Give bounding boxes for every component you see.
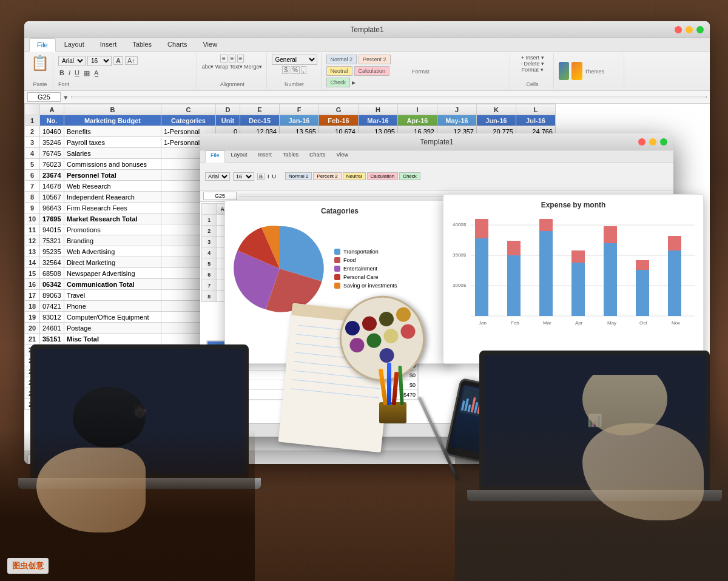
calculation-style[interactable]: Calculation — [354, 66, 390, 76]
tab-file[interactable]: File — [29, 38, 56, 52]
formula-input[interactable] — [71, 96, 707, 98]
bold-button[interactable]: A — [113, 56, 123, 65]
cell-1-L[interactable]: Jul-16 — [516, 115, 556, 126]
align-right[interactable]: ≡ — [237, 55, 244, 62]
mini-normal2[interactable]: Normal 2 — [285, 172, 312, 180]
cell-13-B[interactable]: Web Advertising — [64, 246, 161, 257]
cell-6-B[interactable]: Personnel Total — [64, 170, 161, 181]
cell-14-A[interactable]: 32564 — [40, 257, 64, 268]
normal2-style[interactable]: Normal 2 — [326, 55, 357, 64]
font-size-select[interactable]: 16 — [87, 56, 112, 66]
percent-button[interactable]: % — [291, 66, 300, 74]
mini-calc[interactable]: Calculation — [367, 172, 399, 180]
cell-18-B[interactable]: Phone — [64, 301, 161, 312]
cell-3-B[interactable]: Payroll taxes — [64, 137, 161, 148]
cell-1-F[interactable]: Jan-16 — [280, 115, 319, 126]
cell-8-B[interactable]: Independent Reaearch — [64, 192, 161, 203]
cell-7-A[interactable]: 14678 — [40, 181, 64, 192]
tab-view[interactable]: View — [195, 38, 224, 51]
format-cells[interactable]: Format ▾ — [522, 67, 544, 73]
cell-5-A[interactable]: 76023 — [40, 159, 64, 170]
mini-italic[interactable]: I — [268, 173, 269, 180]
tab2-view[interactable]: View — [332, 150, 353, 162]
cell-19-B[interactable]: Computer/Office Equipment — [64, 312, 161, 323]
percent2-style[interactable]: Percent 2 — [359, 55, 391, 64]
cell-9-B[interactable]: Firm Research Fees — [64, 203, 161, 213]
cell-11-B[interactable]: Promotions — [64, 224, 161, 235]
cell-18-A[interactable]: 07421 — [40, 301, 64, 312]
tab2-tables[interactable]: Tables — [278, 150, 303, 162]
neutral-style[interactable]: Neutral — [326, 66, 352, 76]
cell-8-A[interactable]: 10567 — [40, 192, 64, 203]
close-btn-2[interactable] — [638, 138, 645, 146]
italic-toggle[interactable]: I — [67, 69, 72, 76]
cell-13-A[interactable]: 95235 — [40, 246, 64, 257]
mini-neutral[interactable]: Neutral — [343, 172, 366, 180]
number-format-select[interactable]: General — [272, 55, 317, 65]
cell-3-A[interactable]: 35246 — [40, 137, 64, 148]
cell-1-D[interactable]: Unit — [216, 115, 240, 126]
cell-21-A[interactable]: 35151 — [40, 334, 64, 344]
tab-insert[interactable]: Insert — [93, 38, 124, 51]
cell-4-A[interactable]: 76745 — [40, 148, 64, 159]
cell-1-I[interactable]: Apr-16 — [398, 115, 437, 126]
cell-20-A[interactable]: 24601 — [40, 323, 64, 334]
underline-toggle[interactable]: U — [73, 69, 81, 76]
cell-17-B[interactable]: Travel — [64, 290, 161, 301]
cell-16-B[interactable]: Communication Total — [64, 279, 161, 290]
cell-12-B[interactable]: Branding — [64, 235, 161, 246]
font-grow-button[interactable]: A↑ — [125, 56, 138, 65]
font-family-select[interactable]: Arial — [58, 56, 86, 66]
tab2-layout[interactable]: Layout — [226, 150, 252, 162]
mini-font-select[interactable]: Arial — [205, 172, 230, 181]
check-style[interactable]: Check — [326, 78, 351, 87]
minimize-btn-2[interactable] — [649, 138, 656, 146]
tab2-file[interactable]: File — [205, 150, 225, 163]
cell-1-K[interactable]: Jun-16 — [477, 115, 516, 126]
cell-20-B[interactable]: Postage — [64, 323, 161, 334]
delete-cells[interactable]: - Delete ▾ — [521, 61, 544, 67]
currency-button[interactable]: $ — [282, 66, 289, 74]
cell-1-H[interactable]: Mar-16 — [359, 115, 398, 126]
cell-16-A[interactable]: 06342 — [40, 279, 64, 290]
formula-expand[interactable]: ▾ — [64, 93, 68, 102]
cell-7-B[interactable]: Web Research — [64, 181, 161, 192]
merge-button[interactable]: Merge▾ — [244, 64, 263, 70]
cell-10-A[interactable]: 17695 — [40, 213, 64, 224]
mini-underline[interactable]: U — [272, 173, 277, 180]
theme2[interactable] — [571, 62, 582, 80]
cell-4-B[interactable]: Salaries — [64, 148, 161, 159]
mini-bold[interactable]: B — [257, 173, 265, 180]
cell-2-A[interactable]: 10460 — [40, 126, 64, 137]
tab-layout[interactable]: Layout — [57, 38, 92, 51]
maximize-btn[interactable] — [696, 26, 704, 33]
maximize-btn-2[interactable] — [660, 138, 667, 146]
cell-15-B[interactable]: Newspaper Advertising — [64, 268, 161, 279]
minimize-btn[interactable] — [686, 26, 693, 33]
cell-17-A[interactable]: 89063 — [40, 290, 64, 301]
tab-charts[interactable]: Charts — [160, 38, 194, 51]
cell-14-B[interactable]: Direct Marketing — [64, 257, 161, 268]
cell-15-A[interactable]: 68508 — [40, 268, 64, 279]
align-left[interactable]: ≡ — [220, 55, 228, 62]
cell-9-A[interactable]: 96643 — [40, 203, 64, 213]
cell-1-A[interactable]: No. — [40, 115, 64, 126]
cell-12-A[interactable]: 75321 — [40, 235, 64, 246]
tab2-insert[interactable]: Insert — [254, 150, 277, 162]
cell-19-A[interactable]: 93012 — [40, 312, 64, 323]
bold-toggle[interactable]: B — [58, 69, 66, 76]
cell-1-G[interactable]: Feb-16 — [319, 115, 359, 126]
theme1[interactable] — [559, 62, 569, 80]
align-center[interactable]: ≡ — [229, 55, 236, 62]
cell-reference[interactable]: G25 — [27, 92, 61, 102]
cell-1-J[interactable]: May-16 — [437, 115, 477, 126]
insert-cells[interactable]: + Insert ▾ — [521, 55, 544, 61]
cell-5-B[interactable]: Commissions and bonuses — [64, 159, 161, 170]
border-button[interactable]: ▦ — [83, 69, 91, 77]
cell-10-B[interactable]: Market Research Total — [64, 213, 161, 224]
cell-6-A[interactable]: 23674 — [40, 170, 64, 181]
mini-check[interactable]: Check — [399, 172, 420, 180]
cell-11-A[interactable]: 94015 — [40, 224, 64, 235]
style-expand[interactable]: ▸ — [352, 78, 356, 87]
tab-tables[interactable]: Tables — [125, 38, 159, 51]
